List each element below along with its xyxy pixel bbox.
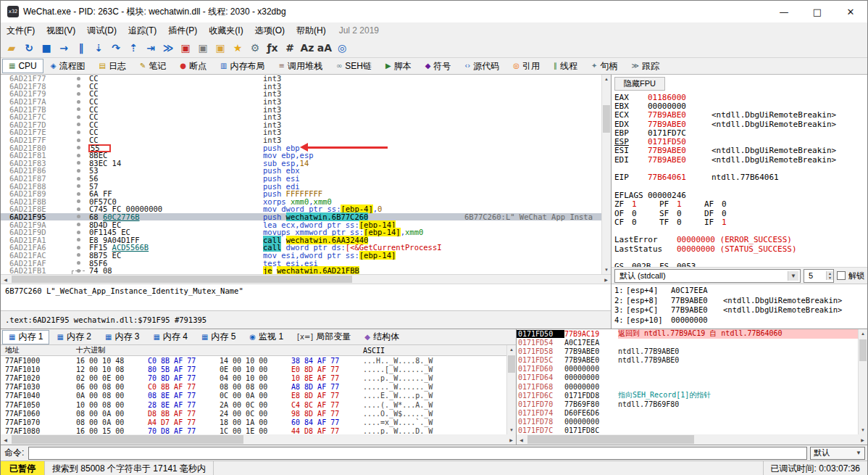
scroll-down-icon[interactable]: ▼ (859, 426, 867, 434)
flag-value[interactable]: 002B (632, 262, 659, 268)
disasm-row[interactable]: 6AD21FB174 08je wechatwin.6AD21FBB (1, 267, 601, 274)
register-row[interactable]: CF0TF0IF1 (614, 218, 867, 226)
tab-dump-4[interactable]: ▦内存 4 (146, 330, 193, 344)
open-file-button[interactable]: ▰ (3, 40, 20, 57)
dump-row[interactable]: 77AF103006 00 08 00C0 8B AF 7708 00 08 0… (1, 383, 506, 392)
argument-row[interactable]: 4:[esp+10]00000000 (614, 315, 864, 326)
dump-vscrollbar[interactable]: ▲ ▼ (506, 345, 516, 434)
stack-row[interactable]: 0171FD7077B69F80ntdll.77B69F80 (517, 400, 858, 408)
menu-file[interactable]: 文件(F) (1, 22, 41, 39)
step-over-button[interactable]: ↷ (107, 40, 125, 57)
stack-hscrollbar[interactable]: ◀ ▶ (517, 434, 867, 445)
tab-graph[interactable]: ◈流程图 (44, 59, 92, 73)
unlock-checkbox[interactable]: 解锁 (837, 270, 864, 281)
scroll-left-icon[interactable]: ◀ (517, 434, 526, 445)
flag-value[interactable]: 0 (677, 209, 704, 218)
tab-dump-5[interactable]: ▦内存 5 (195, 330, 242, 344)
flag-value[interactable]: 1 (677, 199, 704, 209)
register-value[interactable]: 0171FD50 (648, 137, 706, 146)
menu-help[interactable]: 帮助(H) (291, 22, 332, 39)
register-value[interactable]: 77B9ABE0 (648, 120, 706, 129)
register-row[interactable]: ECX77B9ABE0<ntdll.DbgUiRemoteBreakin> (614, 111, 867, 120)
dump-row[interactable]: 77AF100016 00 10 48C0 8B AF 7714 00 10 0… (1, 356, 506, 365)
flag-value[interactable]: 0 (722, 209, 749, 218)
dump-row[interactable]: 77AF10400A 00 08 0008 8E AF 770C 00 0A 0… (1, 392, 506, 400)
stack-row[interactable]: 0171FD5077B9AC19返回到 ntdll.77B9AC19 自 ntd… (517, 329, 858, 338)
register-value[interactable]: 00000246 (648, 191, 706, 200)
dump-hscrollbar[interactable]: ◀ ▶ (1, 434, 516, 445)
tab-source[interactable]: ‹›源代码 (458, 59, 506, 73)
close-button[interactable]: ✕ (834, 1, 867, 22)
menu-debug[interactable]: 调试(D) (81, 22, 122, 39)
register-row[interactable]: EBX00000000 (614, 102, 867, 110)
checkbox-box[interactable] (837, 271, 846, 280)
hash-button[interactable]: # (281, 40, 299, 57)
tab-dump-1[interactable]: ▦内存 1 (2, 330, 49, 344)
step-out-button[interactable]: ⇡ (125, 40, 142, 57)
tab-handles[interactable]: ✦句柄 (585, 59, 624, 73)
dump-row[interactable]: 77AF105010 00 08 0028 8E AF 772A 00 0C 0… (1, 400, 506, 409)
hide-fpu-button[interactable]: 隐藏FPU (614, 77, 665, 91)
stack-vscrollbar[interactable]: ▲ ▼ (858, 329, 867, 434)
scroll-thumb[interactable] (527, 435, 694, 444)
scroll-thumb[interactable] (859, 339, 867, 361)
scroll-right-icon[interactable]: ▶ (601, 275, 611, 284)
maximize-button[interactable]: □ (801, 1, 834, 22)
scroll-down-icon[interactable]: ▼ (602, 265, 611, 274)
dump-row[interactable]: 77AF108016 00 15 0070 D8 AF 771C 00 1E 0… (1, 427, 506, 435)
scroll-thumb[interactable] (603, 105, 610, 133)
animate-button[interactable]: ≫ (159, 40, 177, 57)
scroll-left-icon[interactable]: ◀ (1, 275, 10, 284)
run-to-cursor-button[interactable]: ⇥ (142, 40, 159, 57)
pause-button[interactable]: ‖ (72, 40, 90, 57)
flag-value[interactable]: 0 (722, 199, 749, 209)
script-button[interactable]: ▣ (177, 40, 194, 57)
tab-notes[interactable]: ✎笔记 (133, 59, 172, 73)
flag-value[interactable]: 0 (677, 218, 704, 227)
dump-row[interactable]: 77AF102002 00 0E 0070 8D AF 7704 00 10 0… (1, 373, 506, 382)
tab-memory-map[interactable]: ▥内存布局 (214, 59, 271, 73)
scroll-up-icon[interactable]: ▲ (602, 75, 611, 83)
tab-struct[interactable]: ◆结构体 (358, 330, 406, 344)
argument-row[interactable]: 2:[esp+8]77B9ABE0<ntdll.DbgUiRemoteBreak… (614, 296, 864, 306)
stack-row[interactable]: 0171FD5C77B9ABE0ntdll.77B9ABE0 (517, 355, 858, 364)
spinner-arrows[interactable]: ▲▼ (826, 271, 833, 280)
stack-row[interactable]: 0171FD6C0171FDD8指向SEH_Record[1]的指针 (517, 391, 858, 400)
stack-row[interactable]: 0171FD54A0C17EEA (517, 338, 858, 347)
menu-trace[interactable]: 追踪(T) (122, 22, 162, 39)
register-row[interactable]: GS002BFS0053 (614, 263, 867, 268)
register-row[interactable]: EAX01186000 (614, 93, 867, 102)
favourites-button[interactable]: ★ (229, 40, 246, 57)
flag-value[interactable]: 0 (632, 218, 659, 227)
dump-row[interactable]: 77AF106008 00 0A 00D8 8B AF 7724 00 0C 0… (1, 409, 506, 418)
flag-value[interactable]: 1 (722, 218, 749, 227)
tab-dump-2[interactable]: ▦内存 2 (50, 330, 97, 344)
register-row[interactable]: EIP77B64061ntdll.77B64061 (614, 173, 867, 182)
disasm-hscrollbar[interactable]: ◀ ▶ (1, 275, 611, 284)
dump-row[interactable]: 77AF101012 00 10 0880 5B AF 770E 00 10 0… (1, 365, 506, 373)
calling-convention-select[interactable]: 默认 (stdcall) ▼ (614, 269, 801, 283)
register-value[interactable]: 00000000 (648, 102, 706, 111)
tab-symbols[interactable]: ◆符号 (419, 59, 458, 73)
calculator-button[interactable]: ƒx (264, 40, 281, 57)
tab-locals[interactable]: [x=]局部变量 (291, 330, 357, 344)
tab-script[interactable]: ▶脚本 (379, 59, 418, 73)
scroll-track[interactable] (602, 83, 611, 265)
tab-log[interactable]: ▤日志 (93, 59, 133, 73)
register-value[interactable]: 0171FD7C (648, 128, 706, 138)
menu-favourites[interactable]: 收藏夹(I) (203, 22, 249, 39)
patches-button[interactable]: ▣ (194, 40, 212, 57)
stack-row[interactable]: 0171FD7800000000 (517, 418, 858, 426)
register-value[interactable]: 77B9ABE0 (648, 110, 706, 120)
menu-options[interactable]: 选项(O) (249, 22, 291, 39)
restart-button[interactable]: ↻ (20, 40, 38, 57)
tab-references[interactable]: ◎引用 (506, 59, 546, 73)
scroll-track[interactable] (10, 434, 506, 445)
stack-row[interactable]: 0171FD5877B9ABE0ntdll.77B9ABE0 (517, 347, 858, 355)
minimize-button[interactable]: — (767, 1, 801, 22)
run-button[interactable]: → (55, 40, 72, 57)
register-value[interactable]: 01186000 (648, 93, 706, 102)
comments-button[interactable]: ▣ (212, 40, 229, 57)
step-into-button[interactable]: ⇣ (90, 40, 107, 57)
stack-row[interactable]: 0171FD6000000000 (517, 365, 858, 373)
